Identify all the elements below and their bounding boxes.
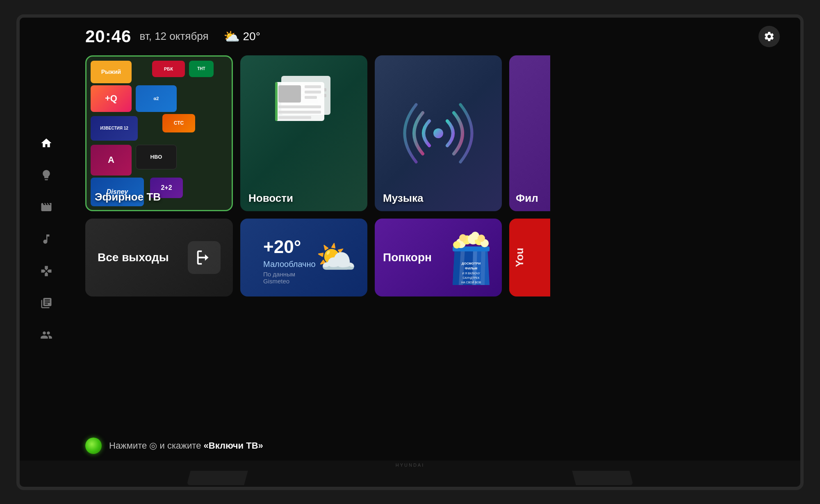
svg-rect-8 [305,96,317,99]
arrow-right-box-icon [195,248,214,267]
gear-icon [763,31,775,42]
sidebar-item-games[interactable] [36,261,56,281]
svg-rect-12 [275,82,278,121]
svg-text:ФИЛЬМ: ФИЛЬМ [465,267,478,270]
tile-tv-label: Эфирное ТВ [95,191,161,203]
svg-rect-9 [278,105,321,108]
clock-date: вт, 12 октября [139,30,208,43]
svg-text:САУНДТРЕК: САУНДТРЕК [462,276,480,280]
tile-youtube-partial-label: You [513,248,526,267]
stand-left [187,471,248,485]
svg-text:И Я ВКЛЮЧУ: И Я ВКЛЮЧУ [462,272,480,275]
clock-time: 20:46 [85,27,131,46]
tile-youtube-partial[interactable]: You [509,219,550,296]
news-content-icon [240,55,367,211]
weather-desc-text: Малооблачно [263,260,316,269]
svg-point-28 [478,235,485,242]
weather-header-temp: 20° [243,30,260,43]
svg-rect-7 [305,91,321,94]
svg-rect-11 [278,116,311,119]
weather-source-text: По данным Gismeteo [263,271,316,285]
tiles-row-2: Все выходы +20° Малооблачно По данным Gi… [85,219,784,296]
tile-news-label: Новости [248,192,293,205]
sidebar-item-movies[interactable] [36,197,56,217]
voice-orb-icon [85,438,102,454]
sidebar-item-music[interactable] [36,229,56,249]
weather-big-temp: +20° [263,237,316,257]
svg-rect-5 [278,85,301,103]
sidebar-item-library[interactable] [36,293,56,313]
stand-right [572,471,633,485]
header-left: 20:46 вт, 12 октября ⛅ 20° [85,27,260,46]
svg-point-26 [459,234,467,242]
tv-stand [20,461,800,485]
tile-efir-tv[interactable]: Рыжий РБК ТНТ +Q α2 [85,55,233,211]
sidebar-item-home[interactable] [36,133,56,153]
tile-outputs-label: Все выходы [98,251,169,264]
popcorn-box-svg: ДОСМОТРИ ФИЛЬМ И Я ВКЛЮЧУ САУНДТРЕК НА С… [449,228,494,287]
svg-rect-10 [278,111,321,114]
tile-news[interactable]: Новости [240,55,367,211]
svg-point-25 [453,241,460,249]
voice-bar: Нажмите ◎ и скажите «Включи ТВ» [20,433,800,461]
weather-tile-inner: +20° Малооблачно По данным Gismeteo ⛅ [252,228,356,287]
voice-text: Нажмите ◎ и скажите «Включи ТВ» [109,440,263,451]
sidebar-item-users[interactable] [36,325,56,345]
svg-point-13 [433,128,443,138]
svg-text:НА СВОЙ ВОВ: НА СВОЙ ВОВ [461,281,481,284]
tile-music[interactable]: Музыка [375,55,502,211]
svg-rect-6 [305,85,321,88]
weather-widget: ⛅ 20° [223,29,260,44]
tv-screen: 20:46 вт, 12 октября ⛅ 20° [20,18,800,461]
header: 20:46 вт, 12 октября ⛅ 20° [20,18,800,51]
tv-frame: 20:46 вт, 12 октября ⛅ 20° [16,14,804,490]
tile-films-partial[interactable]: Фил [509,55,550,211]
sidebar-item-discover[interactable] [36,165,56,185]
newspaper-svg-icon [271,72,337,125]
sound-waves-svg [393,92,483,174]
svg-text:ДОСМОТРИ: ДОСМОТРИ [462,262,481,265]
tile-popcorn-label: Попкорн [383,251,432,264]
main-content: Рыжий РБК ТНТ +Q α2 [20,51,800,433]
tv-channels-grid: Рыжий РБК ТНТ +Q α2 [87,57,232,210]
weather-cloud-icon: ⛅ [316,238,357,277]
voice-icon-symbol: ◎ [149,440,159,451]
tile-popcorn[interactable]: Попкорн [375,219,502,296]
tile-films-partial-label: Фил [516,192,538,205]
tiles-row-1: Рыжий РБК ТНТ +Q α2 [85,55,784,211]
sidebar [20,18,73,461]
settings-button[interactable] [758,26,780,47]
tile-outputs[interactable]: Все выходы [85,219,233,296]
weather-detail: +20° Малооблачно По данным Gismeteo [263,237,316,278]
tile-weather[interactable]: +20° Малооблачно По данным Gismeteo ⛅ [240,219,367,296]
tile-music-label: Музыка [383,192,423,205]
music-content-icon [375,55,502,211]
output-arrow-icon [188,241,221,274]
weather-header-icon: ⛅ [223,29,240,44]
popcorn-illustration: ДОСМОТРИ ФИЛЬМ И Я ВКЛЮЧУ САУНДТРЕК НА С… [449,228,494,287]
